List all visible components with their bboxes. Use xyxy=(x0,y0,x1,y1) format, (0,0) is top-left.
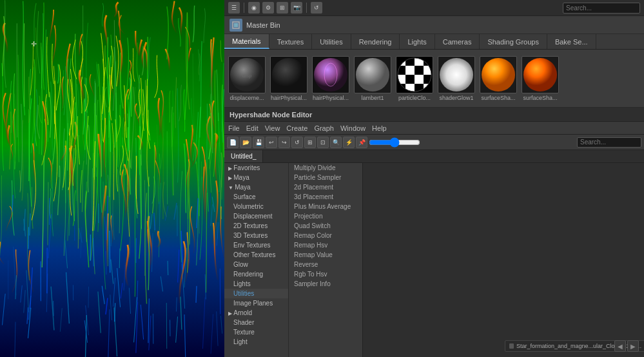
render-icon[interactable]: ◉ xyxy=(248,2,260,14)
tab-lights[interactable]: Lights xyxy=(400,34,434,49)
swatch-label-lambert1: lambert1 xyxy=(353,95,393,101)
toolbar-connect-btn[interactable]: ⚡ xyxy=(343,137,355,148)
grid-icon[interactable]: ⊞ xyxy=(277,2,288,14)
tab-utilities[interactable]: Utilities xyxy=(312,34,351,49)
node-remap-value[interactable]: Remap Value xyxy=(289,250,362,260)
node-remap-hsv[interactable]: Remap Hsv xyxy=(289,240,362,250)
sidebar-surface[interactable]: Surface xyxy=(224,192,288,202)
swatch-label-surface1: surfaceSha... xyxy=(478,95,518,101)
master-bin-label: Master Bin xyxy=(246,21,280,29)
toolbar-zoom-in-btn[interactable]: 🔍 xyxy=(330,137,342,148)
toolbar-open-btn[interactable]: 📂 xyxy=(240,137,251,148)
search-input-node[interactable] xyxy=(577,137,641,148)
node-editor-header: Hypershade Node Editor xyxy=(224,108,644,122)
zoom-slider[interactable] xyxy=(369,138,420,147)
sidebar-3d-textures[interactable]: 3D Textures xyxy=(224,231,288,240)
tab-materials[interactable]: Materials xyxy=(224,34,269,49)
settings-icon[interactable]: ⚙ xyxy=(262,2,274,14)
toolbar-fit-btn[interactable]: ⊡ xyxy=(317,137,329,148)
menu-view[interactable]: View xyxy=(265,124,280,132)
node-rgb-to-hsv[interactable]: Rgb To Hsv xyxy=(289,269,362,279)
master-bin-bar: Master Bin xyxy=(224,16,644,34)
node-2d-placement[interactable]: 2d Placement xyxy=(289,182,362,192)
separator xyxy=(244,3,244,13)
right-panel: ☰ ◉ ⚙ ⊞ 📷 ↺ Master Bin Materials Texture… xyxy=(224,0,644,357)
scroll-right-btn[interactable]: ▶ xyxy=(627,340,639,352)
tab-shading-groups[interactable]: Shading Groups xyxy=(480,34,547,49)
node-projection[interactable]: Projection xyxy=(289,211,362,221)
sidebar-image-planes[interactable]: Image Planes xyxy=(224,298,288,308)
sidebar-env-textures[interactable]: Env Textures xyxy=(224,240,288,250)
swatch-surface2[interactable]: surfaceSha... xyxy=(520,56,560,101)
toolbar-undo-btn[interactable]: ↩ xyxy=(266,137,277,148)
node-canvas[interactable]: xgmHairMapping3 Message Out UV⬛ Out Uv F… xyxy=(363,163,644,357)
scroll-left-btn[interactable]: ◀ xyxy=(614,340,626,352)
node-particle-sampler[interactable]: Particle Sampler xyxy=(289,173,362,182)
separator2 xyxy=(306,3,307,13)
camera-icon[interactable]: 📷 xyxy=(291,2,302,14)
menu-window[interactable]: Window xyxy=(340,124,366,132)
node-list-right: Multiply Divide Particle Sampler 2d Plac… xyxy=(289,163,362,357)
tab-cameras[interactable]: Cameras xyxy=(435,34,480,49)
node-sidebar: Favorites Maya Maya Surface Volumetric D… xyxy=(224,163,363,357)
svg-text:disp: disp xyxy=(242,73,252,79)
search-input-top[interactable] xyxy=(563,3,640,14)
swatch-displacement[interactable]: disp displaceme... xyxy=(227,56,267,101)
sidebar-rendering[interactable]: Rendering xyxy=(224,269,288,279)
tab-bake-set[interactable]: Bake Se... xyxy=(547,34,596,49)
menu-file[interactable]: File xyxy=(228,124,240,132)
sidebar-displacement[interactable]: Displacement xyxy=(224,211,288,221)
swatch-shaderglow[interactable]: shaderGlow1 xyxy=(436,56,476,101)
node-3d-placement[interactable]: 3d Placement xyxy=(289,192,362,202)
node-tab-untitled[interactable]: Untitled_ xyxy=(224,150,263,162)
sidebar-arnold-shader[interactable]: Shader xyxy=(224,318,288,327)
node-list-left: Favorites Maya Maya Surface Volumetric D… xyxy=(224,163,289,357)
toolbar-save-btn[interactable]: 💾 xyxy=(253,137,264,148)
swatch-label-displacement: displaceme... xyxy=(227,95,267,101)
menu-icon[interactable]: ☰ xyxy=(228,2,240,14)
node-remap-color[interactable]: Remap Color xyxy=(289,231,362,240)
sidebar-favorites[interactable]: Favorites xyxy=(224,163,288,173)
sidebar-utilities[interactable]: Utilities xyxy=(224,289,288,298)
svg-rect-19 xyxy=(415,75,424,84)
node-sampler-info[interactable]: Sampler Info xyxy=(289,279,362,289)
node-quad-switch[interactable]: Quad Switch xyxy=(289,221,362,231)
menu-help[interactable]: Help xyxy=(372,124,387,132)
sidebar-lights[interactable]: Lights xyxy=(224,279,288,289)
swatch-lambert1[interactable]: lambert1 xyxy=(353,56,393,101)
node-multiply-divide[interactable]: Multiply Divide xyxy=(289,163,362,173)
sidebar-arnold[interactable]: Arnold xyxy=(224,308,288,318)
node-reverse[interactable]: Reverse xyxy=(289,260,362,269)
swatch-label-hair1: hairPhysical... xyxy=(269,95,309,101)
menu-graph[interactable]: Graph xyxy=(314,124,334,132)
toolbar-new-btn[interactable]: 📄 xyxy=(227,137,239,148)
menu-create[interactable]: Create xyxy=(286,124,307,132)
swatch-hair1[interactable]: hairPhysical... xyxy=(269,56,309,101)
swatch-img-particle xyxy=(396,56,433,93)
sidebar-glow[interactable]: Glow xyxy=(224,260,288,269)
sidebar-maya1[interactable]: Maya xyxy=(224,173,288,182)
swatch-label-hair2: hairPhysical... xyxy=(311,95,351,101)
svg-rect-18 xyxy=(405,75,415,84)
svg-rect-15 xyxy=(415,66,424,75)
node-editor-menubar: File Edit View Create Graph Window Help xyxy=(224,122,644,135)
toolbar-layout-btn[interactable]: ⊞ xyxy=(304,137,316,148)
swatch-img-surface1 xyxy=(480,56,517,93)
tab-rendering[interactable]: Rendering xyxy=(351,34,400,49)
swatch-particle[interactable]: particleClo... xyxy=(395,56,434,101)
sidebar-other-textures[interactable]: Other Textures xyxy=(224,250,288,260)
sidebar-maya2[interactable]: Maya xyxy=(224,182,288,192)
refresh-icon[interactable]: ↺ xyxy=(311,2,322,14)
toolbar-redo-btn[interactable]: ↪ xyxy=(278,137,290,148)
sidebar-volumetric[interactable]: Volumetric xyxy=(224,202,288,211)
sidebar-2d-textures[interactable]: 2D Textures xyxy=(224,221,288,231)
node-plus-minus-average[interactable]: Plus Minus Average xyxy=(289,202,362,211)
swatch-surface1[interactable]: surfaceSha... xyxy=(478,56,518,101)
toolbar-pin-btn[interactable]: 📌 xyxy=(356,137,367,148)
toolbar-refresh-btn[interactable]: ↺ xyxy=(291,137,303,148)
menu-edit[interactable]: Edit xyxy=(246,124,259,132)
sidebar-arnold-light[interactable]: Light xyxy=(224,337,288,347)
sidebar-arnold-texture[interactable]: Texture xyxy=(224,327,288,337)
swatch-hair2[interactable]: hairPhysical... xyxy=(311,56,351,101)
tab-textures[interactable]: Textures xyxy=(269,34,313,49)
